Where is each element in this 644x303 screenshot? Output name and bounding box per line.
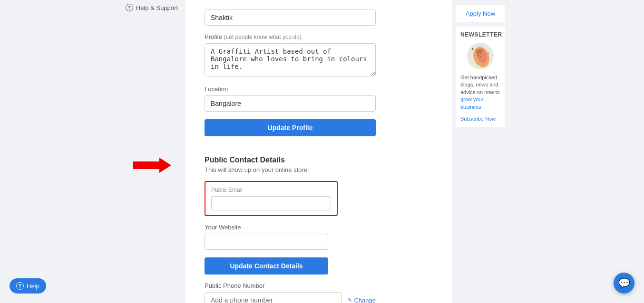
svg-text:✦: ✦ — [471, 47, 474, 51]
public-email-group: Public Email — [205, 181, 433, 216]
grow-link[interactable]: grow your business — [460, 96, 483, 109]
section-divider — [205, 146, 433, 146]
svg-text:✦: ✦ — [487, 52, 489, 55]
email-field-highlighted: Public Email — [205, 181, 338, 216]
location-field-group: Location — [205, 85, 433, 112]
phone-input[interactable] — [205, 292, 342, 303]
profile-field-group: Profile (Let people know what you do) A … — [205, 33, 433, 78]
change-link[interactable]: ✎ Change — [347, 297, 376, 303]
profile-textarea[interactable]: A Graffiti Artist based out of Bangalore… — [205, 43, 376, 76]
contact-section-subtitle: This will show up on your online store. — [205, 166, 433, 173]
phone-label: Public Phone Number — [205, 282, 433, 289]
apply-now-card: Apply Now — [456, 5, 505, 22]
change-icon: ✎ — [347, 297, 352, 303]
newsletter-text: Get handpicked blogs, news and advice on… — [460, 74, 500, 111]
profile-label: Profile (Let people know what you do) — [205, 33, 433, 40]
update-profile-group: Update Profile — [205, 119, 433, 136]
update-contact-button[interactable]: Update Contact Details — [205, 257, 328, 275]
public-contact-section: Public Contact Details This will show up… — [205, 156, 433, 303]
email-label: Public Email — [211, 187, 331, 193]
apply-now-button[interactable]: Apply Now — [466, 10, 495, 17]
update-profile-button[interactable]: Update Profile — [205, 119, 376, 136]
help-button-icon: ? — [16, 282, 24, 290]
svg-marker-0 — [133, 158, 171, 173]
location-input[interactable] — [205, 95, 376, 112]
website-input[interactable] — [205, 234, 328, 250]
website-label: Your Website — [205, 224, 433, 231]
update-contact-group: Update Contact Details — [205, 257, 433, 275]
phone-field-group: Public Phone Number ✎ Change — [205, 282, 433, 303]
help-support-link[interactable]: ? Help & Support — [126, 4, 178, 11]
right-panel: Apply Now NEWSLETTER ✦ ✦ Ge — [452, 0, 509, 303]
help-support-label: Help & Support — [136, 4, 178, 11]
help-button-label: Help — [27, 283, 39, 290]
phone-row: ✎ Change — [205, 292, 376, 303]
help-support-icon: ? — [126, 4, 133, 11]
subscribe-link[interactable]: Subscribe Now — [460, 116, 496, 122]
main-content: Profile (Let people know what you do) A … — [185, 0, 452, 303]
newsletter-title: NEWSLETTER — [460, 31, 500, 38]
change-label: Change — [354, 297, 376, 303]
contact-section-title: Public Contact Details — [205, 156, 433, 164]
newsletter-illustration: ✦ ✦ — [466, 42, 495, 70]
help-button[interactable]: ? Help — [10, 278, 46, 294]
left-panel: ? Help & Support — [0, 0, 185, 303]
location-label: Location — [205, 85, 433, 93]
chat-icon: 💬 — [618, 277, 630, 289]
newsletter-card: NEWSLETTER ✦ ✦ Get handpicked blogs, new… — [456, 27, 505, 127]
public-email-input[interactable] — [211, 196, 331, 210]
red-arrow-icon — [133, 157, 171, 174]
name-input[interactable] — [205, 9, 376, 26]
chat-button[interactable]: 💬 — [614, 273, 634, 294]
name-field-group — [205, 9, 433, 26]
red-arrow-container — [133, 157, 171, 174]
website-field-group: Your Website — [205, 224, 433, 250]
